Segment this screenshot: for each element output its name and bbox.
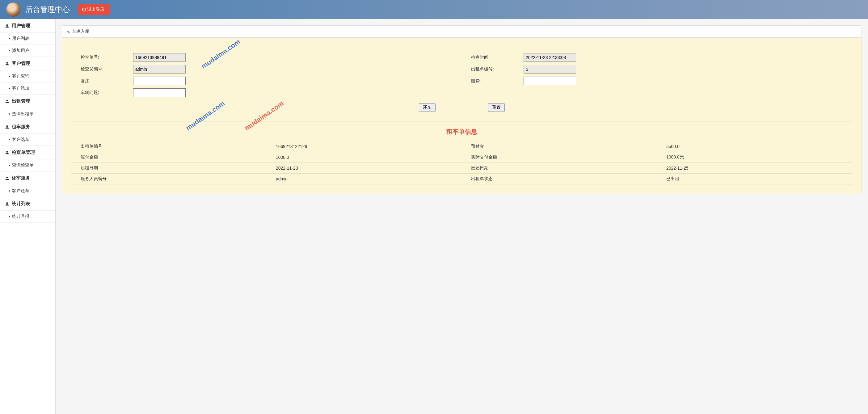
panel: 车辆入库 mudaima.com mudaima.com mudaima.com… [62,25,862,194]
user-icon [5,24,9,28]
caret-icon [9,50,10,52]
car-issue-input[interactable] [133,88,186,97]
menu-item[interactable]: 用户列表 [0,33,55,45]
panel-header: 车辆入库 [62,26,862,38]
menu-header-label: 检查单管理 [12,150,35,155]
user-icon [5,176,9,180]
caret-icon [9,190,10,192]
panel-title: 车辆入库 [72,29,89,34]
info-value: 5500.0 [657,141,852,152]
submit-button[interactable]: 还车 [419,103,436,112]
form-row: 检查员编号: 出租单编号: [71,65,852,73]
menu-item[interactable]: 统计月报 [0,211,55,223]
check-no-input[interactable] [133,53,186,62]
menu-item[interactable]: 客户添加 [0,83,55,94]
user-icon [5,125,9,129]
user-icon [5,202,9,206]
caret-icon [9,139,10,141]
app-header: 后台管理中心 退出登录 [0,0,868,19]
menu-item-label: 客户还车 [12,188,29,194]
form-row: 备注: 赔费: [71,77,852,85]
menu-item[interactable]: 查询出租单 [0,108,55,120]
info-value: 2022-11-23 [267,163,462,174]
logout-button[interactable]: 退出登录 [77,4,110,15]
checker-id-label: 检查员编号: [71,66,127,72]
form-row: 检查单号: 检查时间: [71,53,852,62]
caret-icon [9,215,10,218]
remark-input[interactable] [133,77,186,85]
menu-item-label: 查询检查单 [12,162,34,168]
menu-item-label: 客户选车 [12,137,29,142]
user-icon [5,61,9,66]
user-icon [5,150,9,155]
caret-icon [9,37,10,40]
info-key: 出租单编号 [71,141,267,152]
menu-header[interactable]: 检查单管理 [0,146,55,159]
rent-no-input[interactable] [524,65,576,73]
info-value: 1000.0 [267,152,462,163]
info-key: 起租日期 [71,163,267,174]
check-no-label: 检查单号: [71,55,127,60]
menu-item[interactable]: 添加用户 [0,45,55,57]
app-title: 后台管理中心 [25,5,70,14]
remark-label: 备注: [71,78,127,84]
info-key: 服务人员编号 [71,174,267,184]
check-time-label: 检查时间: [462,55,518,60]
info-value: 1000.0元 [657,152,852,163]
menu-item[interactable]: 客户还车 [0,185,55,197]
info-value: 1669213122129 [267,141,462,152]
info-key: 应还日期 [462,163,657,174]
menu-item[interactable]: 查询检查单 [0,159,55,172]
menu-header-label: 租车服务 [12,124,30,130]
table-row: 出租单编号1669213122129预付金5500.0 [71,141,852,152]
info-table: 出租单编号1669213122129预付金5500.0应付金额1000.0实际交… [71,141,852,184]
table-row: 服务人员编号admin出租单状态已出租 [71,174,852,184]
menu-header-label: 统计列表 [12,201,30,207]
compensation-label: 赔费: [462,78,518,84]
divider [71,121,852,121]
menu-item[interactable]: 客户查询 [0,70,55,83]
menu-header[interactable]: 出租管理 [0,94,55,108]
rent-no-label: 出租单编号: [462,66,518,72]
menu-item-label: 添加用户 [12,48,29,54]
car-issue-label: 车辆问题: [71,90,127,95]
info-value: 2022-11-25 [657,163,852,174]
power-icon [82,8,86,11]
menu-header-label: 还车服务 [12,175,30,181]
info-key: 实际交付金额 [462,152,657,163]
reset-button[interactable]: 重置 [488,103,505,112]
info-key: 预付金 [462,141,657,152]
table-row: 起租日期2022-11-23应还日期2022-11-25 [71,163,852,174]
menu-header-label: 用户管理 [12,23,30,29]
form-row: 车辆问题: [71,88,852,97]
menu-header-label: 出租管理 [12,98,30,104]
menu-header[interactable]: 用户管理 [0,19,55,33]
menu-header[interactable]: 还车服务 [0,172,55,185]
check-time-input[interactable] [524,53,576,62]
button-row: 还车 重置 [71,103,852,112]
user-icon [5,99,9,104]
info-value: 已出租 [657,174,852,184]
menu-header[interactable]: 租车服务 [0,120,55,134]
compensation-input[interactable] [524,77,576,85]
menu-header[interactable]: 统计列表 [0,197,55,211]
info-title: 租车单信息 [71,127,852,136]
checker-id-input[interactable] [133,65,186,73]
menu-item-label: 查询出租单 [12,111,34,117]
menu-item[interactable]: 客户选车 [0,134,55,146]
panel-body: mudaima.com mudaima.com mudaima.com 检查单号… [62,38,862,194]
sidebar: 用户管理用户列表添加用户客户管理客户查询客户添加出租管理查询出租单租车服务客户选… [0,19,56,414]
menu-item-label: 客户查询 [12,73,29,79]
edit-icon [67,30,71,33]
info-key: 出租单状态 [462,174,657,184]
avatar [6,2,21,17]
caret-icon [9,87,10,90]
menu-item-label: 用户列表 [12,36,29,41]
menu-item-label: 统计月报 [12,214,29,219]
main-content: 车辆入库 mudaima.com mudaima.com mudaima.com… [56,19,868,414]
caret-icon [9,164,10,167]
menu-header[interactable]: 客户管理 [0,57,55,70]
info-key: 应付金额 [71,152,267,163]
caret-icon [9,75,10,78]
menu-header-label: 客户管理 [12,61,30,66]
